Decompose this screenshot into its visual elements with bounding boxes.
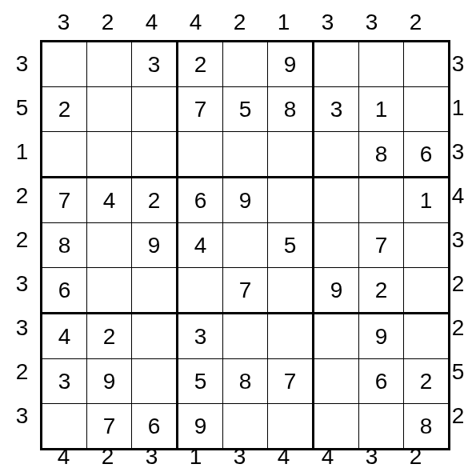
cell-r1-c9[interactable] <box>404 42 450 87</box>
left-clue-4: 2 <box>0 174 44 218</box>
left-clue-7: 3 <box>0 306 44 350</box>
cell-r5-c8[interactable]: 7 <box>359 223 404 268</box>
cell-r8-c1[interactable]: 3 <box>42 359 87 404</box>
cell-r6-c8[interactable]: 2 <box>359 268 404 314</box>
cell-r7-c6[interactable] <box>268 314 314 359</box>
cell-r2-c9[interactable] <box>404 87 450 132</box>
cell-r2-c7[interactable]: 3 <box>314 87 359 132</box>
cell-r9-c9[interactable]: 8 <box>404 404 450 450</box>
left-clue-1: 3 <box>0 42 44 86</box>
cell-r7-c1[interactable]: 4 <box>42 314 87 359</box>
cell-r7-c5[interactable] <box>223 314 268 359</box>
cell-r9-c7[interactable] <box>314 404 359 450</box>
cell-value: 2 <box>103 324 116 349</box>
cell-r6-c4[interactable] <box>178 268 223 314</box>
cell-value: 6 <box>58 278 71 302</box>
cell-r8-c2[interactable]: 9 <box>87 359 132 404</box>
cell-r7-c3[interactable] <box>132 314 178 359</box>
cell-r6-c2[interactable] <box>87 268 132 314</box>
top-clue-2: 2 <box>86 0 130 44</box>
cell-r2-c4[interactable]: 7 <box>178 87 223 132</box>
cell-value: 6 <box>375 369 388 394</box>
cell-r8-c9[interactable]: 2 <box>404 359 450 404</box>
cell-r5-c6[interactable]: 5 <box>268 223 314 268</box>
cell-r2-c2[interactable] <box>87 87 132 132</box>
puzzle-container: 324421332 423134432 351223323 313432252 … <box>0 0 476 476</box>
cell-r1-c3[interactable]: 3 <box>132 42 178 87</box>
cell-r5-c4[interactable]: 4 <box>178 223 223 268</box>
cell-r8-c6[interactable]: 7 <box>268 359 314 404</box>
cell-r1-c6[interactable]: 9 <box>268 42 314 87</box>
cell-value: 7 <box>284 369 297 394</box>
cell-r2-c5[interactable]: 5 <box>223 87 268 132</box>
cell-r3-c8[interactable]: 8 <box>359 132 404 178</box>
cell-r4-c2[interactable]: 4 <box>87 178 132 223</box>
cell-r8-c4[interactable]: 5 <box>178 359 223 404</box>
cell-r5-c2[interactable] <box>87 223 132 268</box>
cell-r6-c5[interactable]: 7 <box>223 268 268 314</box>
cell-r8-c3[interactable] <box>132 359 178 404</box>
cell-r9-c4[interactable]: 9 <box>178 404 223 450</box>
cell-r9-c5[interactable] <box>223 404 268 450</box>
top-clue-9: 2 <box>394 0 438 44</box>
cell-r6-c1[interactable]: 6 <box>42 268 87 314</box>
cell-value: 3 <box>330 97 343 122</box>
cell-r5-c7[interactable] <box>314 223 359 268</box>
cell-r3-c5[interactable] <box>223 132 268 178</box>
cell-r3-c2[interactable] <box>87 132 132 178</box>
cell-r8-c8[interactable]: 6 <box>359 359 404 404</box>
cell-r3-c3[interactable] <box>132 132 178 178</box>
cell-r7-c4[interactable]: 3 <box>178 314 223 359</box>
cell-r5-c3[interactable]: 9 <box>132 223 178 268</box>
cell-r4-c8[interactable] <box>359 178 404 223</box>
cell-r3-c1[interactable] <box>42 132 87 178</box>
cell-r9-c1[interactable] <box>42 404 87 450</box>
cell-value: 9 <box>284 52 297 77</box>
cell-r6-c3[interactable] <box>132 268 178 314</box>
cell-value: 4 <box>194 233 207 258</box>
cell-r7-c9[interactable] <box>404 314 450 359</box>
cell-r3-c7[interactable] <box>314 132 359 178</box>
cell-r5-c9[interactable] <box>404 223 450 268</box>
cell-r1-c8[interactable] <box>359 42 404 87</box>
sudoku-grid-wrap: 3292758318674269189457679242393958762769… <box>40 40 450 450</box>
cell-r5-c1[interactable]: 8 <box>42 223 87 268</box>
cell-r4-c1[interactable]: 7 <box>42 178 87 223</box>
cell-value: 9 <box>148 233 161 258</box>
cell-r3-c9[interactable]: 6 <box>404 132 450 178</box>
cell-r1-c7[interactable] <box>314 42 359 87</box>
cell-r9-c8[interactable] <box>359 404 404 450</box>
cell-r4-c9[interactable]: 1 <box>404 178 450 223</box>
cell-r1-c2[interactable] <box>87 42 132 87</box>
cell-r7-c2[interactable]: 2 <box>87 314 132 359</box>
cell-r6-c6[interactable] <box>268 268 314 314</box>
top-clue-8: 3 <box>350 0 394 44</box>
cell-r1-c5[interactable] <box>223 42 268 87</box>
cell-r3-c4[interactable] <box>178 132 223 178</box>
top-clue-5: 2 <box>218 0 262 44</box>
cell-value: 9 <box>103 369 116 394</box>
cell-r4-c4[interactable]: 6 <box>178 178 223 223</box>
cell-r6-c7[interactable]: 9 <box>314 268 359 314</box>
cell-r2-c6[interactable]: 8 <box>268 87 314 132</box>
cell-value: 2 <box>420 369 433 394</box>
cell-r8-c5[interactable]: 8 <box>223 359 268 404</box>
cell-r4-c5[interactable]: 9 <box>223 178 268 223</box>
cell-r1-c1[interactable] <box>42 42 87 87</box>
cell-r9-c2[interactable]: 7 <box>87 404 132 450</box>
cell-r8-c7[interactable] <box>314 359 359 404</box>
cell-r7-c8[interactable]: 9 <box>359 314 404 359</box>
cell-r2-c1[interactable]: 2 <box>42 87 87 132</box>
cell-r9-c6[interactable] <box>268 404 314 450</box>
cell-r4-c6[interactable] <box>268 178 314 223</box>
cell-r5-c5[interactable] <box>223 223 268 268</box>
cell-r2-c3[interactable] <box>132 87 178 132</box>
cell-r6-c9[interactable] <box>404 268 450 314</box>
cell-r4-c7[interactable] <box>314 178 359 223</box>
cell-r4-c3[interactable]: 2 <box>132 178 178 223</box>
cell-r1-c4[interactable]: 2 <box>178 42 223 87</box>
cell-r7-c7[interactable] <box>314 314 359 359</box>
cell-r3-c6[interactable] <box>268 132 314 178</box>
cell-r2-c8[interactable]: 1 <box>359 87 404 132</box>
cell-r9-c3[interactable]: 6 <box>132 404 178 450</box>
